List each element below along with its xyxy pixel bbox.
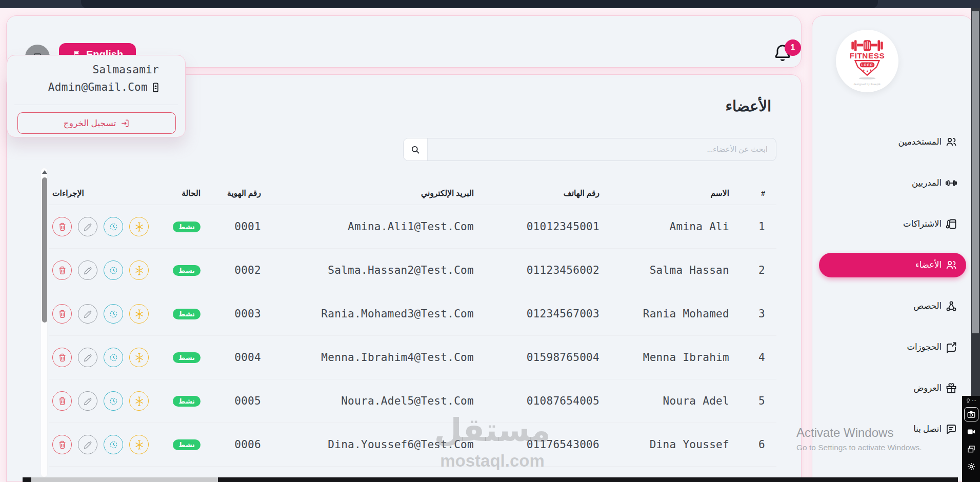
table-row: 6 Dina Youssef 01176543006 Dina.Youssef6… [49,423,776,467]
freeze-icon[interactable] [129,304,149,324]
history-icon[interactable] [104,217,123,236]
delete-icon[interactable] [52,217,72,236]
cell-member-id: 0002 [206,249,272,292]
delete-icon[interactable] [52,304,72,324]
freeze-icon[interactable] [129,260,149,280]
edit-icon[interactable] [78,391,97,411]
cell-actions [49,379,159,423]
screenshot-button[interactable] [964,407,978,421]
table-header-row: #الاسمرقم الهاتفالبريد الإلكترونيرقم اله… [49,182,776,205]
cell-email: Rania.Mohamed3@Test.Com [272,292,485,335]
edit-icon[interactable] [78,217,97,236]
cell-index: 6 [741,423,776,466]
edit-icon[interactable] [78,260,97,280]
sidebar: FITNESS LOGO ★★★ designed by Freepik الم… [812,15,973,482]
cell-status: نشط [159,205,206,248]
scroll-up-arrow-icon[interactable] [42,170,47,174]
table-body: 1 Amina Ali 01012345001 Amina.Ali1@Test.… [49,205,776,482]
cell-phone: 01234567003 [485,292,611,335]
cell-index: 4 [741,336,776,379]
cell-name: Dina Youssef [611,423,741,466]
members-search [403,138,776,161]
status-badge: نشط [173,265,201,276]
cell-email: Dina.Youssef6@Test.Com [272,423,485,466]
cell-phone: 01087654005 [485,379,611,423]
delete-icon[interactable] [52,348,72,367]
cell-actions [49,292,159,335]
history-icon[interactable] [104,348,123,367]
svg-text:FITNESS: FITNESS [850,51,885,59]
cell-phone: 01176543006 [485,423,611,466]
status-badge: نشط [173,222,201,232]
cell-status: نشط [159,379,206,423]
cell-phone: 01598765004 [485,336,611,379]
classes-icon [945,300,957,312]
user-name: Salmasamir [93,64,159,76]
cell-member-id: 0006 [206,423,272,466]
delete-icon[interactable] [52,435,72,454]
history-icon[interactable] [104,260,123,280]
sidebar-item-contact[interactable]: اتصل بنا [812,417,973,441]
browser-scrollbar-thumb[interactable] [972,11,979,333]
sidebar-nav: المستخدمين المدربين الاشتراكات الأعضاء ا… [812,130,973,441]
freeze-icon[interactable] [129,217,149,236]
sidebar-item-offers[interactable]: العروض [812,376,973,400]
browser-addressbar-edge [81,0,878,8]
sidebar-item-dumbbell[interactable]: المدربين [812,171,973,195]
status-badge: نشط [173,309,201,319]
cell-member-id: 0004 [206,336,272,379]
page-title: الأعضاء [725,97,771,115]
search-input[interactable] [428,138,776,160]
table-row: 3 Rania Mohamed 01234567003 Rania.Mohame… [49,292,776,336]
history-icon[interactable] [104,304,123,324]
table-scrollbar[interactable] [41,168,48,477]
table-row: 5 Noura Adel 01087654005 Noura.Adel5@Tes… [49,379,776,423]
capture-widget-header[interactable]: ⋯ [966,397,976,404]
table-scrollbar-thumb[interactable] [42,177,47,323]
cell-index: 2 [741,249,776,292]
edit-icon[interactable] [78,435,97,454]
column-header: رقم الهاتف [485,182,611,205]
svg-text:★: ★ [866,69,869,73]
notifications-button[interactable]: 1 [772,43,796,66]
sidebar-item-bookings[interactable]: الحجوزات [812,335,973,359]
cell-index: 5 [741,379,776,423]
settings-button[interactable] [964,459,978,474]
search-icon [410,145,421,155]
freeze-icon[interactable] [129,348,149,367]
cell-email: Noura.Adel5@Test.Com [272,379,485,423]
history-icon[interactable] [104,435,123,454]
search-button[interactable] [404,138,428,160]
window-capture-button[interactable] [964,442,978,456]
logout-icon [120,118,130,128]
history-icon[interactable] [104,391,123,411]
record-button[interactable] [964,425,978,439]
table-row: 2 Salma Hassan 01123456002 Salma.Hassan2… [49,249,776,292]
camera-icon [967,410,976,419]
freeze-icon[interactable] [129,391,149,411]
logo-credit: designed by Freepik [854,83,881,86]
edit-icon[interactable] [78,304,97,324]
delete-icon[interactable] [52,391,72,411]
logout-button[interactable]: تسجيل الخروج [17,112,176,134]
user-email: Admin@Gmail.Com [48,81,148,93]
cell-actions [49,249,159,292]
delete-icon[interactable] [52,260,72,280]
users-icon [945,136,957,148]
more-dots-icon: ⋯ [972,398,976,403]
sidebar-divider [812,110,973,110]
status-badge: نشط [173,352,201,363]
horizontal-scrollbar[interactable] [23,477,958,482]
column-header: الاسم [611,182,741,205]
svg-text:★: ★ [863,68,866,72]
sidebar-item-members[interactable]: الأعضاء [819,253,966,277]
column-header: البريد الإلكتروني [272,182,485,205]
edit-icon[interactable] [78,348,97,367]
horizontal-scrollbar-thumb[interactable] [31,477,218,482]
sidebar-item-subscriptions[interactable]: الاشتراكات [812,212,973,236]
browser-top-strip [0,0,980,8]
cell-actions [49,423,159,466]
sidebar-item-classes[interactable]: الحصص [812,294,973,318]
sidebar-item-users[interactable]: المستخدمين [812,130,973,154]
freeze-icon[interactable] [129,435,149,454]
